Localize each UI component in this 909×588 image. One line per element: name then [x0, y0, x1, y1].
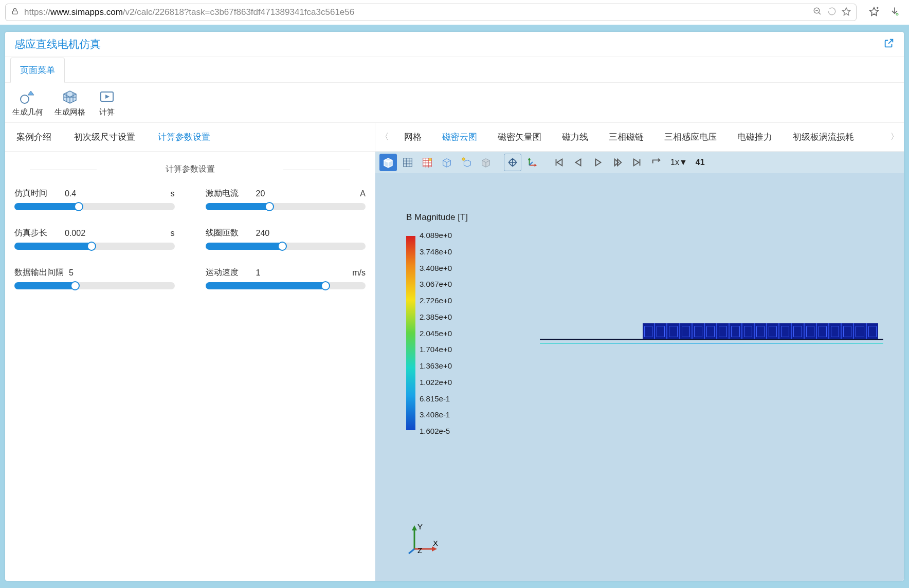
axis-triad-icon[interactable] [523, 154, 541, 171]
param-label: 运动速度 [206, 267, 251, 278]
left-tabs: 案例介绍 初次级尺寸设置 计算参数设置 [5, 123, 375, 152]
legend-value: 1.704e+0 [420, 345, 452, 354]
tab-calc-params[interactable]: 计算参数设置 [147, 123, 222, 151]
refresh-icon[interactable] [827, 7, 837, 18]
result-tab[interactable]: 三相磁链 [598, 123, 654, 151]
zoom-out-icon[interactable] [813, 7, 822, 18]
viewport-canvas[interactable]: B Magnitude [T] 4.089e+03.748e+03.408e+0… [375, 173, 904, 581]
param-label: 激励电流 [206, 188, 251, 199]
prev-frame-icon[interactable] [570, 154, 587, 171]
frame-number: 41 [693, 158, 708, 167]
view-cube-icon[interactable] [379, 154, 397, 171]
legend-value: 3.408e+0 [420, 264, 452, 272]
menu-tabs: 页面菜单 [5, 57, 904, 83]
generate-geometry-button[interactable]: 生成几何 [12, 88, 43, 117]
page-background: 感应直线电机仿真 页面菜单 生成几何 生成网格 计算 [0, 25, 909, 588]
legend-value: 2.045e+0 [420, 329, 452, 338]
viewport-toolbar: 1x▼ 41 [375, 152, 904, 173]
panel-title: 计算参数设置 [14, 164, 366, 175]
address-bar[interactable]: https://www.simapps.com/v2/calc/226818?t… [5, 4, 857, 21]
first-frame-icon[interactable] [550, 154, 568, 171]
result-tab[interactable]: 三相感应电压 [654, 123, 727, 151]
param-value: 1 [256, 268, 282, 278]
right-pane: 〈 网格磁密云图磁密矢量图磁力线三相磁链三相感应电压电磁推力初级板涡流损耗 〉 [375, 123, 904, 581]
legend-labels: 4.089e+03.748e+03.408e+03.067e+02.726e+0… [420, 231, 452, 435]
table-icon[interactable] [419, 154, 436, 171]
param-unit: s [171, 189, 175, 198]
tab-case-intro[interactable]: 案例介绍 [5, 123, 63, 151]
app-title: 感应直线电机仿真 [14, 37, 101, 51]
play-icon[interactable] [589, 154, 607, 171]
result-tab[interactable]: 网格 [394, 123, 432, 151]
param-value: 20 [256, 189, 282, 198]
left-pane: 案例介绍 初次级尺寸设置 计算参数设置 计算参数设置 仿真时间0.4s激励电流2… [5, 123, 375, 581]
param-field: 数据输出间隔5 [14, 267, 175, 278]
param-slider[interactable] [14, 203, 175, 210]
result-tab[interactable]: 磁密云图 [432, 123, 487, 151]
param-slider[interactable] [206, 203, 366, 210]
param-field: 运动速度1m/s [206, 267, 366, 278]
param-label: 线圈匝数 [206, 228, 251, 238]
svg-point-16 [429, 158, 432, 161]
param-slider[interactable] [206, 243, 366, 250]
param-slider[interactable] [14, 243, 175, 250]
svg-point-10 [21, 95, 29, 103]
legend-value: 2.726e+0 [420, 296, 452, 305]
collections-icon[interactable] [869, 6, 879, 19]
last-frame-icon[interactable] [628, 154, 646, 171]
legend-value: 1.363e+0 [420, 361, 452, 370]
legend-value: 1.022e+0 [420, 378, 452, 387]
svg-marker-29 [634, 159, 639, 166]
tabs-scroll-right-icon[interactable]: 〉 [885, 132, 904, 142]
param-unit: m/s [352, 268, 366, 278]
wireframe-icon[interactable] [438, 154, 456, 171]
download-icon[interactable] [889, 6, 900, 19]
url-text[interactable]: https://www.simapps.com/v2/calc/226818?t… [24, 7, 808, 17]
legend-value: 6.815e-1 [420, 394, 452, 403]
svg-marker-13 [105, 95, 110, 99]
tab-page-menu[interactable]: 页面菜单 [10, 58, 65, 83]
app-body: 案例介绍 初次级尺寸设置 计算参数设置 计算参数设置 仿真时间0.4s激励电流2… [5, 123, 904, 581]
pan-icon[interactable] [504, 154, 521, 171]
ribbon-label: 生成几何 [12, 107, 43, 117]
param-value: 0.002 [65, 229, 90, 238]
param-slider[interactable] [206, 282, 366, 289]
generate-mesh-button[interactable]: 生成网格 [54, 88, 85, 117]
param-value: 240 [256, 229, 282, 238]
legend-value: 3.067e+0 [420, 280, 452, 288]
result-tab[interactable]: 电磁推力 [727, 123, 783, 151]
result-tab[interactable]: 磁密矢量图 [487, 123, 552, 151]
legend-bar [406, 236, 415, 430]
ribbon-label: 生成网格 [54, 107, 85, 117]
color-legend: 4.089e+03.748e+03.408e+03.067e+02.726e+0… [406, 231, 452, 435]
legend-value: 3.408e-1 [420, 410, 452, 419]
params-panel: 计算参数设置 仿真时间0.4s激励电流20A仿真步长0.002s线圈匝数240数… [5, 152, 375, 302]
tab-dimensions[interactable]: 初次级尺寸设置 [63, 123, 147, 151]
result-tab[interactable]: 初级板涡流损耗 [783, 123, 864, 151]
lock-icon [11, 7, 19, 17]
legend-value: 2.385e+0 [420, 313, 452, 321]
grid-icon[interactable] [399, 154, 416, 171]
open-external-icon[interactable] [883, 38, 895, 51]
param-field: 线圈匝数240 [206, 228, 366, 238]
tabs-scroll-left-icon[interactable]: 〈 [375, 132, 394, 142]
solid-cube-icon[interactable] [477, 154, 495, 171]
playback-speed[interactable]: 1x▼ [667, 158, 690, 167]
svg-marker-25 [576, 159, 581, 166]
browser-bar: https://www.simapps.com/v2/calc/226818?t… [0, 0, 909, 25]
loop-icon[interactable] [648, 154, 665, 171]
legend-title: B Magnitude [T] [406, 212, 468, 223]
compute-button[interactable]: 计算 [97, 88, 117, 117]
param-value: 0.4 [65, 189, 90, 198]
favorite-icon[interactable] [842, 7, 851, 18]
lightbulb-cube-icon[interactable] [458, 154, 475, 171]
result-tab[interactable]: 磁力线 [552, 123, 598, 151]
svg-marker-19 [528, 158, 531, 160]
next-frame-icon[interactable] [609, 154, 626, 171]
legend-value: 4.089e+0 [420, 231, 452, 240]
app-window: 感应直线电机仿真 页面菜单 生成几何 生成网格 计算 [5, 32, 904, 581]
param-slider[interactable] [14, 282, 175, 289]
param-label: 仿真时间 [14, 188, 60, 199]
param-unit: A [360, 189, 366, 198]
right-tabs: 网格磁密云图磁密矢量图磁力线三相磁链三相感应电压电磁推力初级板涡流损耗 [394, 123, 885, 151]
